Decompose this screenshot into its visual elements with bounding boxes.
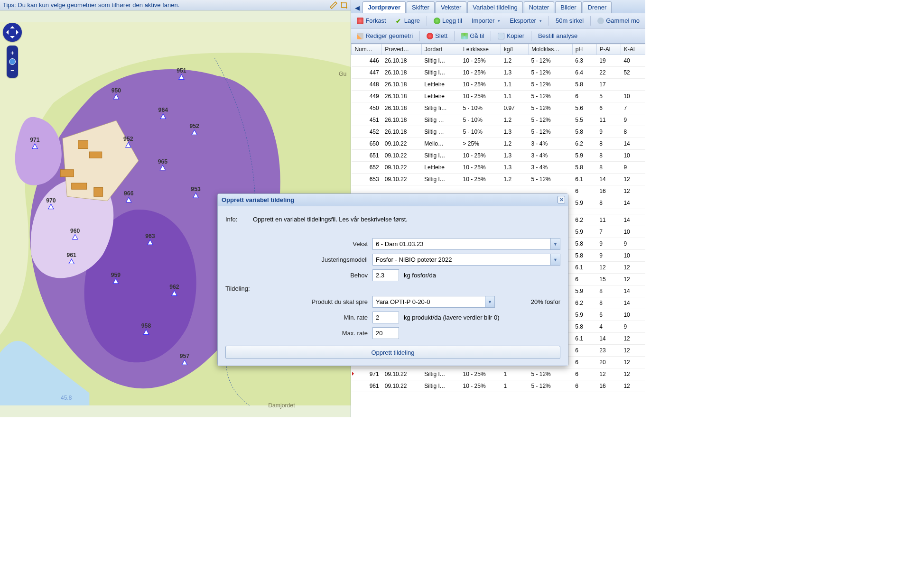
crop-icon[interactable] [340,1,348,9]
behov-label: Behov [225,272,368,279]
zoom-out-button[interactable]: − [7,67,18,74]
col-header[interactable]: kg/l [501,44,528,55]
export-menu[interactable]: Eksporter [507,16,545,25]
zoom-in-button[interactable]: + [7,49,18,56]
chevron-down-icon[interactable]: ▼ [550,239,560,249]
product-label: Produkt du skal spre [225,298,368,305]
tab-notater[interactable]: Notater [524,1,555,13]
goto-button[interactable]: Gå til [458,31,487,40]
map-controls: + − [3,23,22,78]
tab-bilder[interactable]: Bilder [555,1,581,13]
svg-text:959: 959 [111,272,121,278]
col-header[interactable]: Jordart [421,44,460,55]
oldmode-button[interactable]: Gammel mo [595,16,642,25]
table-row[interactable]: 45026.10.18Siltig fi…5 - 10%0.975 - 12%5… [352,102,645,114]
svg-text:960: 960 [70,228,80,234]
svg-text:965: 965 [158,158,168,165]
svg-text:966: 966 [124,190,134,197]
order-analysis-button[interactable]: Bestill analyse [535,31,580,40]
close-icon[interactable]: ✕ [558,196,565,203]
delete-button[interactable]: Slett [424,31,450,40]
max-label: Max. rate [225,330,368,337]
svg-text:Gu: Gu [339,71,346,77]
copy-button[interactable]: Kopier [495,31,527,40]
tab-variabel-tildeling[interactable]: Variabel tildeling [467,1,522,13]
toolbar-secondary: Rediger geometri Slett Gå til Kopier Bes… [351,28,645,44]
vekst-combo[interactable]: ▼ [372,238,560,250]
chevron-down-icon[interactable]: ▼ [485,296,494,307]
behov-input[interactable] [372,269,399,281]
chevron-down-icon[interactable]: ▼ [550,254,560,265]
svg-rect-5 [94,187,103,196]
col-header[interactable]: Moldklas… [528,44,572,55]
table-row[interactable]: 65309.10.22Siltig l…10 - 25%1.25 - 12%6.… [352,174,645,185]
toolbar-primary: Forkast ✔Lagre Legg til Importer Eksport… [351,13,645,28]
tab-scroll-left[interactable]: ◀ [353,2,362,13]
svg-rect-4 [72,183,87,189]
table-row[interactable]: 45126.10.18Siltig …5 - 10%1.25 - 12%5.51… [352,114,645,126]
col-header[interactable]: pH [572,44,596,55]
svg-text:953: 953 [191,186,201,193]
col-header[interactable]: K-Al [621,44,645,55]
svg-text:961: 961 [66,252,76,258]
tab-skifter[interactable]: Skifter [407,1,435,13]
info-text: Opprett en variabel tildelingsfil. Les v… [253,216,408,223]
save-button[interactable]: ✔Lagre [393,16,423,25]
svg-text:952: 952 [190,123,200,129]
max-input[interactable] [372,327,399,339]
table-row[interactable]: 97109.10.22Siltig l…10 - 25%15 - 12%6121… [352,368,645,380]
dialog-title[interactable]: Opprett variabel tildeling ✕ [218,194,568,206]
min-unit: kg produkt/da (lavere verdier blir 0) [404,314,500,321]
edit-geometry-button[interactable]: Rediger geometri [354,31,416,40]
svg-text:970: 970 [46,197,56,204]
table-row[interactable]: 44826.10.18Lettleire10 - 25%1.15 - 12%5.… [352,79,645,91]
tab-vekster[interactable]: Vekster [436,1,466,13]
tildeling-label: Tildeling: [225,285,560,292]
table-row[interactable]: 44926.10.18Lettleire10 - 25%1.15 - 12%65… [352,91,645,102]
tab-row: ◀ JordprøverSkifterVeksterVariabel tilde… [351,0,645,13]
zoom-extent-button[interactable] [9,58,16,65]
svg-text:971: 971 [30,137,40,143]
model-label: Justeringsmodell [225,256,368,263]
col-header[interactable]: Num… [352,44,382,55]
tip-bar: Tips: Du kan kun velge geometrier som ti… [0,0,351,10]
table-row[interactable]: 65109.10.22Siltig l…10 - 25%1.33 - 4%5.9… [352,150,645,162]
svg-rect-2 [89,152,102,158]
product-pct: 20% fosfor [531,298,560,305]
svg-text:Damjordet: Damjordet [268,402,295,409]
svg-text:951: 951 [177,67,186,74]
col-header[interactable]: Prøved… [382,44,422,55]
svg-text:963: 963 [145,233,155,239]
table-row[interactable]: 44626.10.18Siltig l…10 - 25%1.25 - 12%6.… [352,55,645,67]
min-input[interactable] [372,312,399,323]
import-menu[interactable]: Importer [469,16,503,25]
create-button[interactable]: Opprett tildeling [225,346,560,359]
info-label: Info: [225,216,248,223]
table-row[interactable]: 44726.10.18Siltig l…10 - 25%1.35 - 12%6.… [352,67,645,79]
svg-text:952: 952 [123,136,133,142]
model-combo[interactable]: ▼ [372,254,560,266]
product-combo[interactable]: ▼ [372,296,495,308]
behov-unit: kg fosfor/da [404,272,436,279]
col-header[interactable]: P-Al [596,44,621,55]
min-label: Min. rate [225,314,368,321]
svg-text:958: 958 [141,322,151,329]
circle-button[interactable]: 50m sirkel [553,16,586,25]
add-button[interactable]: Legg til [431,16,465,25]
table-row[interactable]: 65009.10.22Mello…> 25%1.23 - 4%6.2814 [352,138,645,150]
vekst-label: Vekst [225,240,368,248]
col-header[interactable]: Leirklasse [460,44,501,55]
svg-text:962: 962 [169,284,179,290]
create-vra-dialog: Opprett variabel tildeling ✕ Info: Oppre… [217,193,568,366]
measure-icon[interactable] [330,1,337,9]
table-row[interactable]: 45226.10.18Siltig …5 - 10%1.35 - 12%5.89… [352,126,645,138]
table-row[interactable]: 96109.10.22Siltig l…10 - 25%15 - 12%6161… [352,380,645,392]
table-row[interactable]: 65209.10.22Lettleire10 - 25%1.33 - 4%5.8… [352,162,645,174]
svg-text:957: 957 [180,353,190,359]
tab-jordprøver[interactable]: Jordprøver [363,1,406,13]
tip-text: Tips: Du kan kun velge geometrier som ti… [3,1,179,9]
tab-drener[interactable]: Drener [583,1,612,13]
svg-text:964: 964 [158,107,168,113]
pan-control[interactable] [3,23,22,42]
discard-button[interactable]: Forkast [354,16,389,25]
